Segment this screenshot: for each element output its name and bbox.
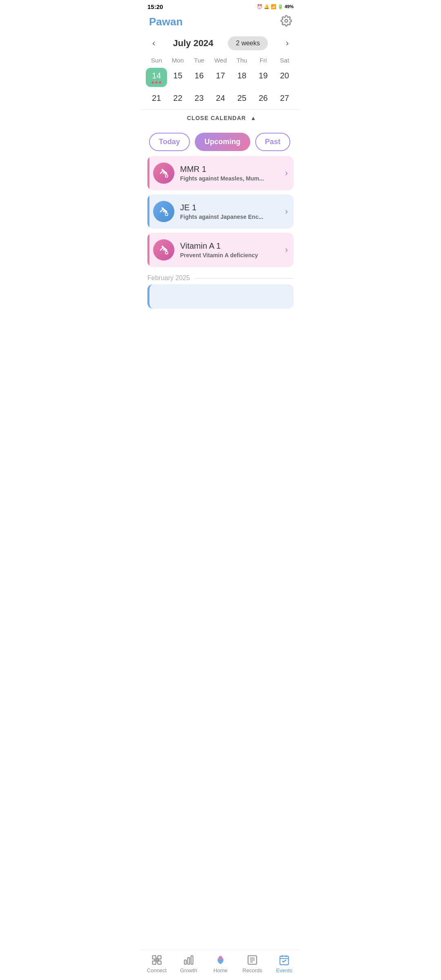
settings-button[interactable] (281, 15, 292, 28)
close-calendar-button[interactable]: CLOSE CALENDAR ▲ (141, 109, 300, 126)
event-dot (151, 81, 154, 84)
next-month-button[interactable]: › (283, 36, 292, 50)
vita1-info: Vitamin A 1 Prevent Vitamin A deficiency (180, 241, 282, 258)
calendar-day-21[interactable]: 21 (146, 90, 167, 106)
events-list: MMR 1 Fights against Measles, Mum... › J… (141, 156, 300, 267)
mmr1-desc: Fights against Measles, Mum... (180, 175, 282, 182)
svg-point-0 (285, 20, 288, 22)
event-card-vita1[interactable]: Vitamin A 1 Prevent Vitamin A deficiency… (147, 233, 294, 267)
month-label: July 2024 (173, 38, 214, 49)
calendar-day-19[interactable]: 19 (252, 68, 274, 87)
calendar-week-1: 14 15 16 17 18 19 20 (146, 68, 295, 87)
je1-desc: Fights against Japanese Enc... (180, 214, 282, 220)
chevron-up-icon: ▲ (250, 115, 256, 121)
calendar-nav: ‹ July 2024 2 weeks › (141, 33, 300, 55)
calendar-day-23[interactable]: 23 (189, 90, 210, 106)
mmr1-arrow: › (285, 168, 288, 178)
calendar-day-26[interactable]: 26 (252, 90, 274, 106)
calendar-week-2: 21 22 23 24 25 26 27 (146, 90, 295, 106)
mmr1-icon (153, 163, 174, 184)
header: Pawan (141, 12, 300, 33)
calendar-day-25[interactable]: 25 (231, 90, 252, 106)
calendar-day-15[interactable]: 15 (167, 68, 188, 87)
je1-info: JE 1 Fights against Japanese Enc... (180, 203, 282, 220)
event-dots (151, 81, 161, 84)
calendar-grid: Sun Mon Tue Wed Thu Fri Sat 14 15 16 17 … (141, 55, 300, 106)
calendar-day-20[interactable]: 20 (274, 68, 295, 87)
date-separator: February 2025 (141, 267, 300, 284)
view-mode-button[interactable]: 2 weeks (228, 36, 268, 50)
date-sep-line (195, 278, 294, 278)
day-headers: Sun Mon Tue Wed Thu Fri Sat (146, 55, 295, 65)
calendar-day-16[interactable]: 16 (189, 68, 210, 87)
event-card-je1[interactable]: JE 1 Fights against Japanese Enc... › (147, 194, 294, 229)
mmr1-name: MMR 1 (180, 165, 282, 174)
filter-tabs: Today Upcoming Past (141, 126, 300, 156)
calendar-day-18[interactable]: 18 (231, 68, 252, 87)
partial-event-card[interactable] (147, 284, 294, 309)
date-sep-label: February 2025 (147, 274, 190, 282)
day-tue: Tue (189, 55, 210, 65)
battery-icon: ⏰ 🔔 📶 🔋 49% (257, 4, 294, 9)
event-card-mmr1[interactable]: MMR 1 Fights against Measles, Mum... › (147, 156, 294, 190)
vita1-icon (153, 239, 174, 261)
calendar-day-14[interactable]: 14 (146, 68, 167, 87)
day-wed: Wed (210, 55, 231, 65)
status-bar: 15:20 ⏰ 🔔 📶 🔋 49% (141, 0, 300, 12)
je1-arrow: › (285, 206, 288, 217)
event-dot (155, 81, 158, 84)
calendar-day-27[interactable]: 27 (274, 90, 295, 106)
day-fri: Fri (252, 55, 274, 65)
vita1-name: Vitamin A 1 (180, 241, 282, 251)
vita1-desc: Prevent Vitamin A deficiency (180, 252, 282, 258)
day-sat: Sat (274, 55, 295, 65)
day-mon: Mon (167, 55, 188, 65)
tab-past[interactable]: Past (255, 133, 290, 151)
day-number: 14 (152, 71, 161, 80)
tab-today[interactable]: Today (149, 133, 190, 151)
mmr1-info: MMR 1 Fights against Measles, Mum... (180, 165, 282, 182)
status-time: 15:20 (147, 3, 163, 10)
event-dot (159, 81, 161, 84)
status-icons: ⏰ 🔔 📶 🔋 49% (257, 4, 294, 9)
app-title: Pawan (149, 16, 183, 28)
je1-name: JE 1 (180, 203, 282, 212)
day-thu: Thu (231, 55, 252, 65)
calendar-day-22[interactable]: 22 (167, 90, 188, 106)
je1-icon (153, 201, 174, 222)
tab-upcoming[interactable]: Upcoming (195, 133, 250, 151)
close-calendar-label: CLOSE CALENDAR (187, 115, 246, 121)
calendar-day-17[interactable]: 17 (210, 68, 231, 87)
prev-month-button[interactable]: ‹ (149, 36, 158, 50)
vita1-arrow: › (285, 245, 288, 255)
calendar-day-24[interactable]: 24 (210, 90, 231, 106)
day-sun: Sun (146, 55, 167, 65)
